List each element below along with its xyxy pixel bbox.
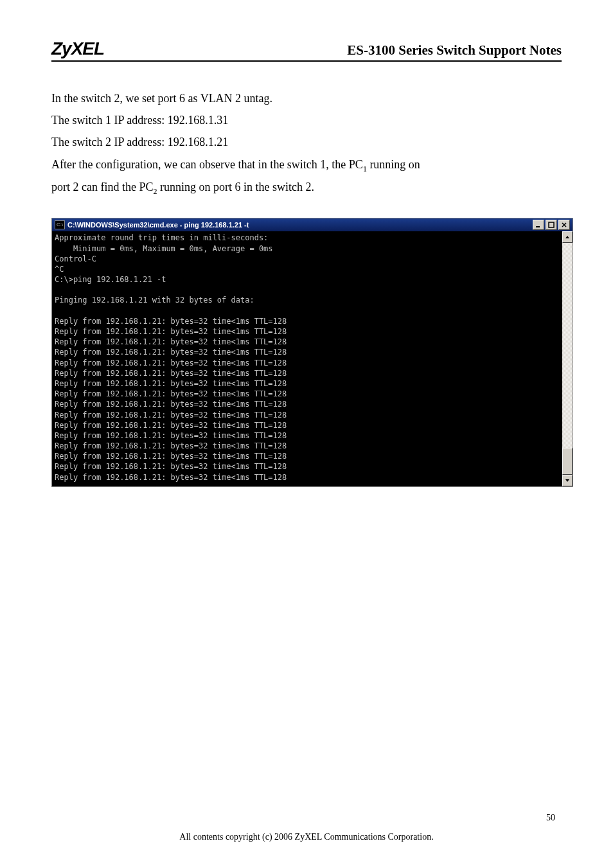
body-paragraph: In the switch 2, we set port 6 as VLAN 2… (51, 87, 562, 199)
body-line-2: The switch 1 IP address: 192.168.1.31 (51, 109, 562, 131)
footer-copyright: All contents copyright (c) 2006 ZyXEL Co… (0, 832, 613, 842)
svg-rect-1 (549, 222, 554, 227)
scroll-track[interactable] (562, 243, 573, 475)
cmd-window: C:\ C:\WINDOWS\System32\cmd.exe - ping 1… (51, 218, 573, 487)
page: ZyXEL ES-3100 Series Switch Support Note… (0, 0, 613, 868)
vertical-scrollbar[interactable] (562, 231, 573, 486)
body-line-4: After the configuration, we can observe … (51, 154, 562, 176)
maximize-button[interactable] (546, 220, 557, 230)
page-header: ZyXEL ES-3100 Series Switch Support Note… (51, 39, 562, 62)
cmd-body: Approximate round trip times in milli-se… (52, 231, 573, 486)
body-line-3: The switch 2 IP address: 192.168.1.21 (51, 131, 562, 153)
document-title: ES-3100 Series Switch Support Notes (347, 42, 562, 58)
scroll-thumb[interactable] (562, 448, 573, 475)
minimize-button[interactable] (533, 220, 544, 230)
cmd-icon: C:\ (55, 220, 65, 229)
close-button[interactable] (558, 220, 570, 230)
scroll-up-button[interactable] (562, 231, 573, 243)
body-line-1: In the switch 2, we set port 6 as VLAN 2… (51, 87, 562, 109)
svg-rect-0 (536, 226, 540, 227)
cmd-titlebar: C:\ C:\WINDOWS\System32\cmd.exe - ping 1… (52, 218, 573, 231)
page-number: 50 (546, 813, 555, 823)
cmd-titlebar-text: C:\WINDOWS\System32\cmd.exe - ping 192.1… (67, 220, 531, 230)
scroll-down-button[interactable] (562, 475, 573, 486)
brand-logo: ZyXEL (51, 39, 104, 59)
cmd-output: Approximate round trip times in milli-se… (52, 231, 562, 486)
body-line-5: port 2 can find the PC2 running on port … (51, 176, 562, 199)
